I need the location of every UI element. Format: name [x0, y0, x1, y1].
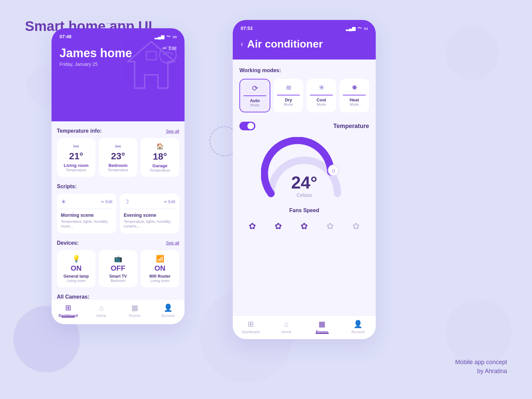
nav-dashboard[interactable]: ⊞ Dashboard: [52, 304, 85, 318]
temp-card-bedroom[interactable]: 🛏 23° Bedroom Temperature: [99, 138, 137, 177]
wifi-icon-2: 〜: [357, 25, 362, 31]
script-morning-header: ☀ ✏ Edit: [61, 198, 112, 205]
script-evening-edit[interactable]: ✏ Edit: [164, 200, 175, 204]
temp-value-garage: 18°: [145, 151, 175, 162]
dry-underline: [277, 95, 300, 95]
back-button[interactable]: ‹: [241, 40, 243, 49]
header-edit-button[interactable]: ✏ Edit: [163, 46, 177, 51]
temp-label-living: Temperature: [61, 168, 91, 172]
mode-auto[interactable]: ⟳ Auto Mode: [239, 79, 270, 112]
temp-room-living: Living room: [61, 163, 91, 168]
signal-icon-2: ▂▄▆: [346, 26, 355, 31]
phone2: 07:53 ▂▄▆ 〜 ▭ ‹ Air conditioner Working …: [233, 20, 376, 339]
account-icon-2: 👤: [353, 320, 362, 329]
lamp-icon: 💡: [60, 255, 92, 263]
script-evening-name: Evening scene: [124, 212, 175, 218]
fan-5[interactable]: ✿: [349, 219, 363, 233]
heat-icon: ✸: [343, 83, 366, 92]
temp-room-bedroom: Bedroom: [103, 163, 133, 168]
auto-underline: [243, 95, 266, 96]
nav-rooms[interactable]: ▦ Rooms: [118, 304, 151, 318]
fan-4[interactable]: ✿: [323, 219, 337, 233]
scripts-cards: ☀ ✏ Edit Morning scene Temperature, ligh…: [57, 194, 179, 233]
thermostat-arc: ⟨⟩ 24° Celsius: [261, 137, 347, 203]
device-card-tv[interactable]: 📺 OFF Smart TV Bedroom: [99, 250, 137, 287]
temp-card-garage[interactable]: 🏠 18° Garage Temperature: [141, 138, 179, 177]
script-morning-name: Morning scene: [61, 212, 112, 218]
nav-account-label: Account: [161, 314, 175, 318]
mode-cards: ⟳ Auto Mode ≋ Dry Mode ✳ Cool Mode ✸ Hea…: [239, 79, 369, 112]
nav2-rooms[interactable]: ▦ Rooms: [304, 320, 340, 334]
lamp-location: Living room: [60, 279, 92, 283]
cameras-title: All Cameras:: [57, 294, 179, 300]
cool-underline: [310, 95, 333, 95]
home-nav-icon: ⌂: [99, 304, 103, 312]
svg-text:⟨⟩: ⟨⟩: [332, 169, 335, 173]
rooms-icon-2: ▦: [319, 320, 326, 329]
nav-home[interactable]: ⌂ Home: [85, 304, 118, 318]
phone2-status-bar: 07:53 ▂▄▆ 〜 ▭: [241, 25, 368, 31]
temperature-title: Temperature info:: [57, 128, 102, 134]
home-nav-icon-2: ⌂: [284, 320, 289, 329]
see-all-devices-button[interactable]: See all: [166, 240, 179, 245]
edit-icon: ✏: [163, 46, 167, 51]
mode-heat[interactable]: ✸ Heat Mode: [339, 79, 369, 112]
nav2-account[interactable]: 👤 Account: [340, 320, 376, 334]
dashboard-icon-2: ⊞: [248, 320, 254, 329]
bed-icon-2: 🛏: [103, 143, 133, 150]
tv-name: Smart TV: [102, 274, 134, 279]
temperature-cards: 🛏 21° Living room Temperature 🛏 23° Bedr…: [57, 138, 179, 177]
fan-3[interactable]: ✿: [297, 219, 312, 233]
mode-cool[interactable]: ✳ Cool Mode: [307, 79, 336, 112]
temp-room-garage: Garage: [145, 163, 175, 168]
nav2-dashboard[interactable]: ⊞ Dashboard: [233, 320, 269, 334]
script-evening-desc: Temperature, lights, humidity, curtains,…: [124, 219, 175, 229]
device-card-wifi[interactable]: 📶 ON Wifi Router Living room: [141, 250, 179, 287]
dry-icon: ≋: [277, 83, 300, 92]
garage-icon: 🏠: [145, 143, 175, 150]
script-evening-header: ☽ ✏ Edit: [124, 198, 175, 205]
phone2-body: Working modes: ⟳ Auto Mode ≋ Dry Mode ✳ …: [233, 60, 376, 339]
script-morning-edit[interactable]: ✏ Edit: [101, 200, 112, 204]
mode-dry[interactable]: ≋ Dry Mode: [274, 79, 303, 112]
fan-2[interactable]: ✿: [271, 219, 286, 233]
temperature-section-header: Temperature info: See all: [57, 128, 179, 134]
lamp-status: ON: [60, 264, 92, 273]
phone2-header: 07:53 ▂▄▆ 〜 ▭ ‹ Air conditioner: [233, 20, 376, 60]
bed-icon: 🛏: [61, 143, 91, 150]
phone2-status-icons: ▂▄▆ 〜 ▭: [346, 25, 368, 31]
script-card-morning[interactable]: ☀ ✏ Edit Morning scene Temperature, ligh…: [57, 194, 116, 233]
heat-name: Heat: [343, 97, 366, 102]
script-evening-divider: [124, 209, 175, 209]
devices-section-header: Devices: See all: [57, 240, 179, 246]
auto-icon: ⟳: [243, 84, 266, 93]
temp-card-living[interactable]: 🛏 21° Living room Temperature: [57, 138, 95, 177]
moon-icon: ☽: [124, 198, 129, 205]
cool-sub: Mode: [310, 102, 333, 106]
ac-title: Air conditioner: [247, 38, 323, 50]
nav-account[interactable]: 👤 Account: [151, 304, 185, 318]
tv-status: OFF: [102, 264, 134, 273]
nav2-account-label: Account: [351, 330, 364, 334]
see-all-temp-button[interactable]: See all: [166, 129, 179, 134]
phone1: 07:48 ▂▄▆ 〜 ▭ James home Friday, January…: [52, 28, 185, 324]
heat-sub: Mode: [343, 102, 366, 106]
scripts-title: Scripts:: [57, 184, 77, 190]
temperature-toggle[interactable]: [239, 122, 255, 130]
rooms-icon: ▦: [131, 304, 138, 312]
phone2-bottom-nav: ⊞ Dashboard ⌂ Home ▦ Rooms 👤 Account: [233, 316, 376, 339]
fan-1[interactable]: ✿: [245, 219, 260, 233]
script-card-evening[interactable]: ☽ ✏ Edit Evening scene Temperature, ligh…: [120, 194, 179, 233]
scripts-section-header: Scripts:: [57, 184, 179, 190]
device-card-lamp[interactable]: 💡 ON General lamp Living room: [57, 250, 95, 287]
dry-name: Dry: [277, 97, 300, 102]
temp-label-bedroom: Temperature: [103, 168, 133, 172]
sun-icon: ☀: [61, 198, 66, 205]
auto-sub: Mode: [243, 103, 266, 107]
temp-value-bedroom: 23°: [103, 151, 133, 162]
cool-name: Cool: [310, 97, 333, 102]
tv-location: Bedroom: [102, 279, 134, 283]
temp-value-living: 21°: [61, 151, 91, 162]
phone1-body: Temperature info: See all 🛏 21° Living r…: [52, 121, 185, 324]
nav2-home[interactable]: ⌂ Home: [269, 320, 305, 334]
